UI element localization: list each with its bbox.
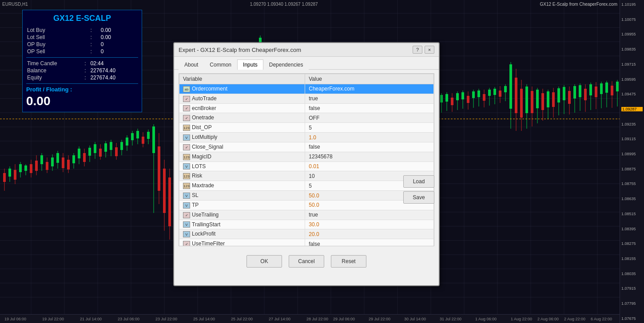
modal-controls: ? × — [413, 46, 434, 54]
svg-rect-72 — [88, 148, 91, 156]
svg-rect-264 — [600, 83, 603, 94]
table-row: VTrallingStart — [179, 220, 305, 229]
type-icon: V — [183, 202, 190, 209]
load-button[interactable]: Load — [403, 175, 434, 188]
modal-tabs: About Common Inputs Dependencies — [174, 57, 439, 70]
time-label: 1 Aug 22:00 — [511, 317, 532, 321]
svg-rect-56 — [46, 162, 48, 170]
type-icon: ✓ — [183, 212, 190, 218]
panel-divider2 — [26, 83, 138, 84]
tab-about[interactable]: About — [179, 59, 204, 70]
table-row: 123Risk — [179, 171, 305, 181]
bottom-buttons: OK Cancel Reset — [174, 250, 439, 273]
type-icon: V — [183, 193, 190, 199]
svg-rect-82 — [115, 147, 118, 156]
price-level: 1.09715 — [621, 62, 643, 67]
table-cell-value: false — [305, 103, 434, 113]
time-label: 31 Jul 22:00 — [440, 317, 461, 321]
svg-rect-220 — [483, 94, 485, 101]
price-level: 1.08515 — [621, 212, 643, 216]
svg-rect-78 — [104, 143, 107, 152]
profit-label: Profit / Floating : — [26, 86, 138, 93]
table-row: ✓Onetrade — [179, 113, 305, 123]
price-level: 1.09115 — [621, 137, 643, 141]
table-cell-value: 30.0 — [305, 220, 434, 229]
svg-rect-262 — [595, 87, 597, 97]
price-level: 1.08275 — [621, 241, 643, 246]
svg-rect-50 — [30, 164, 32, 173]
svg-rect-66 — [72, 155, 75, 163]
reset-button[interactable]: Reset — [331, 255, 366, 268]
col-variable: Variable — [179, 74, 305, 84]
ok-button[interactable]: OK — [246, 255, 282, 268]
table-cell-value: false — [305, 239, 434, 246]
type-icon: ✓ — [183, 144, 190, 150]
table-row: VSL — [179, 191, 305, 201]
svg-rect-46 — [19, 164, 22, 172]
svg-rect-96 — [152, 126, 155, 153]
type-icon: 123 — [183, 173, 190, 179]
price-level: 1.09955 — [621, 32, 643, 36]
table-cell-value: 1.0 — [305, 133, 434, 142]
chart-symbol: EURUSD,H1 — [2, 2, 28, 7]
time-label: 23 Jul 22:00 — [155, 317, 177, 321]
table-cell-value: false — [305, 142, 434, 152]
svg-rect-252 — [568, 91, 571, 104]
type-icon: 123 — [183, 154, 190, 160]
svg-rect-204 — [440, 95, 443, 102]
svg-rect-70 — [83, 153, 86, 162]
save-button[interactable]: Save — [403, 191, 434, 204]
time-label: 21 Jul 14:00 — [80, 317, 102, 321]
svg-rect-234 — [520, 89, 523, 118]
svg-rect-76 — [99, 149, 102, 157]
svg-rect-86 — [126, 138, 128, 146]
svg-rect-210 — [456, 93, 459, 100]
table-row: 123Maxtrade — [179, 181, 305, 191]
svg-rect-206 — [445, 94, 448, 102]
svg-rect-44 — [14, 170, 16, 180]
table-row: VLockProfit — [179, 229, 305, 239]
svg-rect-244 — [547, 91, 549, 107]
svg-rect-246 — [552, 92, 555, 107]
price-level: 1.08875 — [621, 167, 643, 171]
table-row: ✓UseTrailing — [179, 210, 305, 220]
svg-rect-228 — [504, 86, 507, 92]
table-cell-value: 12345678 — [305, 152, 434, 162]
svg-rect-54 — [40, 155, 43, 164]
type-icon: ✓ — [183, 105, 190, 111]
time-label: 28 Jul 22:00 — [306, 317, 328, 321]
tab-common[interactable]: Common — [204, 59, 237, 70]
svg-rect-270 — [616, 82, 619, 91]
type-icon: 123 — [183, 125, 190, 131]
panel-stats-table2: Time Candle : 02:44 Balance : 227674.40 … — [26, 60, 138, 81]
price-level: 1.09235 — [621, 122, 643, 126]
time-label: 30 Jul 14:00 — [404, 317, 426, 321]
svg-rect-80 — [110, 142, 112, 150]
type-icon: ✓ — [183, 115, 190, 121]
price-level: 1.07675 — [621, 316, 643, 321]
price-level: 1.07915 — [621, 286, 643, 291]
table-cell-value: 5 — [305, 123, 434, 133]
price-level: 1.09287 — [621, 107, 643, 111]
type-icon: V — [183, 134, 190, 141]
svg-rect-98 — [158, 146, 160, 191]
svg-rect-100 — [163, 169, 166, 213]
time-label: 2 Aug 06:00 — [537, 317, 559, 321]
table-cell-value: true — [305, 94, 434, 103]
table-row: VTP — [179, 200, 305, 210]
svg-rect-254 — [573, 86, 576, 98]
panel-divider — [26, 57, 138, 58]
svg-rect-258 — [584, 89, 587, 100]
table-row: ✓ecnBroker — [179, 103, 305, 113]
time-label: 29 Jul 22:00 — [369, 317, 390, 321]
help-button[interactable]: ? — [413, 46, 422, 54]
price-level: 1.08035 — [621, 272, 643, 276]
cancel-button[interactable]: Cancel — [289, 255, 324, 268]
side-buttons: Load Save — [403, 175, 434, 204]
tab-inputs[interactable]: Inputs — [237, 59, 263, 70]
close-button[interactable]: × — [425, 46, 434, 54]
tab-dependencies[interactable]: Dependencies — [263, 59, 309, 70]
table-row: 123MagicID — [179, 152, 305, 162]
time-label: 25 Jul 22:00 — [231, 317, 253, 321]
svg-rect-232 — [515, 78, 517, 113]
